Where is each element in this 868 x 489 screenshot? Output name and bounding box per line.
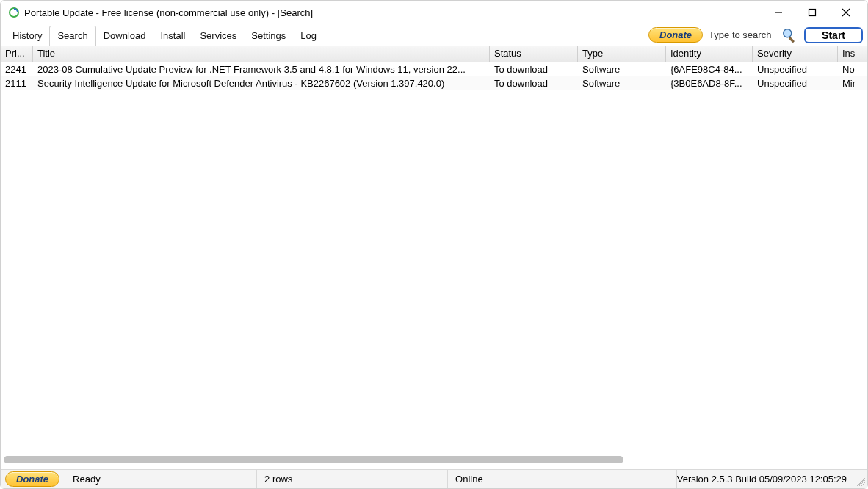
tab-install[interactable]: Install xyxy=(153,26,192,46)
search-input[interactable]: Type to search xyxy=(709,29,775,40)
col-header-type[interactable]: Type xyxy=(578,46,666,62)
cell: 2023-08 Cumulative Update Preview for .N… xyxy=(33,63,490,76)
cell: No xyxy=(838,63,867,76)
cell: {6AFE98C4-84... xyxy=(666,63,753,76)
cell: 2241 xyxy=(1,63,33,76)
minimize-icon xyxy=(774,8,783,17)
close-button[interactable] xyxy=(829,1,863,23)
svg-rect-6 xyxy=(789,37,795,43)
tab-services[interactable]: Services xyxy=(192,26,244,46)
window-title: Portable Update - Free license (non-comm… xyxy=(24,7,313,18)
donate-button[interactable]: Donate xyxy=(648,27,703,43)
col-header-title[interactable]: Title xyxy=(33,46,490,62)
col-header-identity[interactable]: Identity xyxy=(666,46,753,62)
cell: Mir xyxy=(838,77,867,90)
cell: To download xyxy=(490,77,578,90)
cell: Software xyxy=(578,77,666,90)
table-row[interactable]: 22412023-08 Cumulative Update Preview fo… xyxy=(1,62,867,76)
tab-history[interactable]: History xyxy=(5,26,49,46)
statusbar-donate-button[interactable]: Donate xyxy=(5,471,59,487)
toolbar: HistorySearchDownloadInstallServicesSett… xyxy=(1,24,867,46)
tab-settings[interactable]: Settings xyxy=(244,26,293,46)
titlebar: Portable Update - Free license (non-comm… xyxy=(1,1,867,24)
svg-point-5 xyxy=(784,29,792,37)
cell: Security Intelligence Update for Microso… xyxy=(33,77,490,90)
resize-grip-icon[interactable] xyxy=(855,476,865,486)
col-header-status[interactable]: Status xyxy=(490,46,578,62)
cell: 2111 xyxy=(1,77,33,90)
table-row[interactable]: 2111Security Intelligence Update for Mic… xyxy=(1,76,867,90)
horizontal-scrollbar[interactable] xyxy=(4,456,864,466)
minimize-button[interactable] xyxy=(762,1,795,23)
status-online: Online xyxy=(447,470,638,488)
cell: To download xyxy=(490,63,578,76)
cell: Unspecified xyxy=(753,63,838,76)
maximize-button[interactable] xyxy=(795,1,829,23)
tab-download[interactable]: Download xyxy=(96,26,153,46)
tab-log[interactable]: Log xyxy=(293,26,324,46)
cell: {3B0E6AD8-8F... xyxy=(666,77,753,90)
col-header-installed[interactable]: Ins xyxy=(838,46,867,62)
status-ready: Ready xyxy=(65,470,256,488)
results-grid: Pri... Title Status Type Identity Severi… xyxy=(1,46,867,469)
app-icon xyxy=(8,7,20,18)
col-header-severity[interactable]: Severity xyxy=(753,46,838,62)
cell: Unspecified xyxy=(753,77,838,90)
grid-body[interactable]: 22412023-08 Cumulative Update Preview fo… xyxy=(1,62,867,469)
status-rowcount: 2 rows xyxy=(256,470,447,488)
svg-rect-2 xyxy=(809,10,816,16)
maximize-icon xyxy=(808,8,817,17)
tab-search[interactable]: Search xyxy=(49,26,95,46)
search-icon[interactable] xyxy=(781,26,798,44)
grid-header: Pri... Title Status Type Identity Severi… xyxy=(1,46,867,62)
statusbar: Donate Ready 2 rows Online Version 2.5.3… xyxy=(1,469,867,488)
col-header-priority[interactable]: Pri... xyxy=(1,46,33,62)
start-button[interactable]: Start xyxy=(804,27,863,43)
cell: Software xyxy=(578,63,666,76)
status-version: Version 2.5.3 Build 05/09/2023 12:05:29 xyxy=(676,470,867,488)
scrollbar-thumb[interactable] xyxy=(4,456,623,463)
close-icon xyxy=(842,8,850,17)
